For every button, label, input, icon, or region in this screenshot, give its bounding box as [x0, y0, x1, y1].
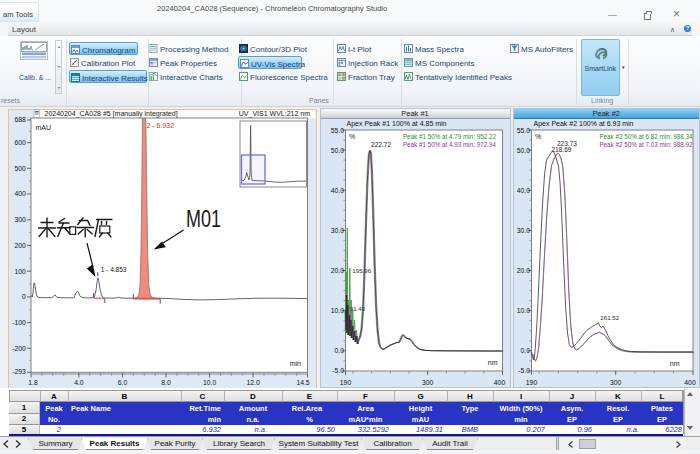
svg-text:min: min	[290, 360, 301, 367]
svg-text:2 - 6.932: 2 - 6.932	[147, 122, 175, 129]
svg-text:M01: M01	[186, 206, 221, 232]
svg-text:300: 300	[422, 379, 434, 386]
svg-text:Apex Peak #1 100% at 4.85 min: Apex Peak #1 100% at 4.85 min	[346, 120, 446, 128]
svg-text:218.69: 218.69	[551, 146, 571, 153]
svg-text:50.0: 50.0	[516, 147, 529, 154]
svg-text:100: 100	[14, 268, 26, 275]
svg-text:4.0: 4.0	[74, 379, 84, 386]
svg-text:0.0: 0.0	[334, 347, 344, 354]
svg-text:688: 688	[14, 116, 26, 123]
svg-text:200: 200	[14, 242, 26, 249]
svg-text:300: 300	[610, 379, 622, 386]
svg-text:20.0: 20.0	[516, 267, 529, 274]
svg-text:-293: -293	[12, 368, 26, 375]
svg-text:20.0: 20.0	[330, 267, 343, 274]
svg-text:500: 500	[14, 165, 26, 172]
svg-text:50.0: 50.0	[330, 147, 343, 154]
svg-text:Peak #1 50% at 4.93 min: 972.9: Peak #1 50% at 4.93 min: 972.94	[402, 141, 496, 148]
svg-text:400: 400	[14, 190, 26, 197]
svg-text:-5.0: -5.0	[518, 367, 530, 374]
svg-text:1.8: 1.8	[28, 379, 38, 386]
svg-text:mAU: mAU	[36, 124, 52, 131]
svg-text:Peak #2 50% at 7.03 min: 988.9: Peak #2 50% at 7.03 min: 988.92	[599, 141, 693, 148]
svg-text:0.0: 0.0	[520, 347, 530, 354]
svg-text:10.0: 10.0	[330, 307, 343, 314]
svg-text:12.0: 12.0	[246, 379, 259, 386]
svg-text:0: 0	[22, 293, 26, 300]
svg-text:nm: nm	[669, 360, 679, 367]
svg-text:20240204_CA028 #5 [manually in: 20240204_CA028 #5 [manually integrated]	[45, 110, 178, 118]
svg-text:55.0: 55.0	[516, 127, 529, 134]
svg-text:Peak #2 50% at 6.82 min: 988.3: Peak #2 50% at 6.82 min: 988.34	[599, 133, 693, 140]
svg-text:261.52: 261.52	[600, 314, 619, 321]
svg-text:%: %	[535, 133, 541, 140]
svg-text:222.72: 222.72	[371, 141, 391, 148]
svg-text:195.96: 195.96	[352, 267, 371, 274]
svg-text:6.0: 6.0	[118, 379, 128, 386]
svg-text:Peak #1 50% at 4.79 min: 952.2: Peak #1 50% at 4.79 min: 952.22	[402, 133, 496, 140]
svg-text:40.0: 40.0	[330, 187, 343, 194]
svg-text:30.0: 30.0	[516, 227, 529, 234]
svg-text:300: 300	[14, 216, 26, 223]
svg-text:190: 190	[525, 379, 537, 386]
svg-text:Apex Peak #2 100% at 6.93 min: Apex Peak #2 100% at 6.93 min	[533, 120, 633, 128]
svg-text:nm: nm	[487, 359, 497, 366]
svg-text:-5.0: -5.0	[332, 367, 344, 374]
svg-text:%: %	[349, 133, 355, 140]
svg-text:400: 400	[493, 379, 505, 386]
svg-text:8.0: 8.0	[161, 379, 171, 386]
svg-text:191.40: 191.40	[346, 305, 365, 312]
svg-text:55.0: 55.0	[330, 127, 343, 134]
svg-text:40.0: 40.0	[516, 187, 529, 194]
svg-text:14.5: 14.5	[296, 379, 309, 386]
svg-text:10.0: 10.0	[203, 379, 216, 386]
svg-text:600: 600	[14, 139, 26, 146]
svg-text:-200: -200	[12, 345, 26, 352]
svg-text:1 - 4.853: 1 - 4.853	[101, 266, 127, 273]
svg-text:190: 190	[339, 379, 351, 386]
svg-text:400: 400	[684, 379, 696, 386]
svg-text:-100: -100	[12, 319, 26, 326]
svg-text:10.0: 10.0	[516, 307, 529, 314]
svg-text:30.0: 30.0	[330, 227, 343, 234]
svg-text:UV_VIS1 WVL:212 nm: UV_VIS1 WVL:212 nm	[239, 110, 310, 118]
